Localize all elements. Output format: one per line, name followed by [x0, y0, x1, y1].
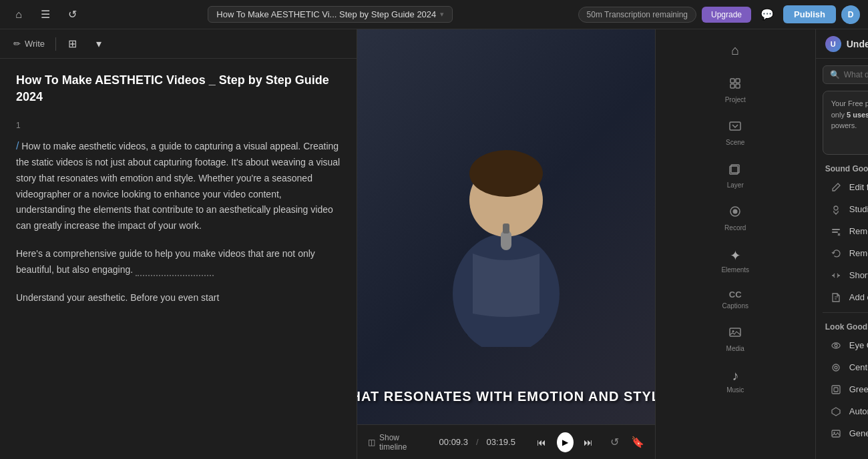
toolbar-divider — [55, 37, 56, 51]
main-area: ✏ Write ⊞ ▾ How To Make AESTHETIC Videos… — [0, 29, 868, 459]
svg-rect-6 — [730, 79, 734, 83]
section-divider — [823, 312, 868, 313]
feature-edit-clarity[interactable]: Edit for clarity — [820, 177, 868, 198]
upgrade-button[interactable]: Upgrade — [702, 7, 751, 23]
sidebar-item-project[interactable]: Project — [661, 70, 810, 110]
svg-rect-5 — [503, 223, 509, 234]
comment-button[interactable]: 💬 — [756, 4, 778, 25]
next-icon: ⏭ — [584, 437, 593, 448]
add-chapters-label: Add chapters — [849, 292, 868, 302]
underlord-panel: U Underlord 🔍 Your Free plan will soon b… — [815, 29, 868, 459]
sidebar-item-scene[interactable]: Scene — [661, 113, 810, 153]
center-speaker-icon — [829, 362, 843, 373]
section-look-good: Look Good — [816, 317, 868, 334]
video-person-svg — [379, 107, 633, 347]
studio-sound-label: Studio Sound — [849, 204, 868, 214]
sidebar-item-media[interactable]: Media — [661, 319, 810, 359]
transcript-paragraph-3: Understand your aesthetic. Before you ev… — [16, 290, 341, 306]
svg-point-14 — [733, 209, 738, 214]
svg-rect-28 — [832, 430, 840, 437]
feature-center-speaker[interactable]: Center active speaker Beta — [820, 357, 868, 378]
feature-gen-image[interactable]: Generate an image — [820, 423, 868, 444]
topbar-right: 50m Transcription remaining Upgrade 💬 Pu… — [578, 4, 860, 25]
video-caption: THAT RESONATES WITH EMOTION AND STYLE — [357, 389, 655, 404]
feature-auto-multicam[interactable]: Automatic multicam — [820, 401, 868, 422]
media-label: Media — [726, 345, 744, 352]
dropdown-icon: ▾ — [96, 37, 101, 50]
sidebar-item-captions[interactable]: CC Captions — [661, 283, 810, 316]
scene-icon — [728, 119, 742, 136]
layout-button[interactable]: ⊞ — [61, 33, 83, 55]
video-background: THAT RESONATES WITH EMOTION AND STYLE — [357, 29, 655, 424]
timeline-toggle[interactable]: ◫ Show timeline — [368, 433, 419, 452]
sidebar-item-music[interactable]: ♪ Music — [661, 362, 810, 400]
captions-icon: CC — [729, 290, 742, 300]
svg-rect-7 — [736, 79, 740, 83]
auto-multicam-icon — [829, 406, 843, 417]
dropdown-button[interactable]: ▾ — [88, 33, 110, 55]
bookmark-icon[interactable]: 🔖 — [631, 436, 644, 448]
underlord-avatar: U — [825, 36, 841, 52]
elements-label: Elements — [721, 266, 749, 274]
remove-retakes-icon — [829, 248, 843, 259]
sidebar-item-layer[interactable]: Layer — [661, 155, 810, 195]
gen-image-label: Generate an image — [849, 428, 868, 438]
next-button[interactable]: ⏭ — [580, 432, 597, 452]
feature-eye-contact[interactable]: Eye Contact Beta — [820, 335, 868, 356]
sidebar-item-record[interactable]: Record — [661, 198, 810, 238]
undo-button[interactable]: ↺ — [61, 4, 83, 25]
svg-rect-15 — [730, 328, 740, 336]
time-separator: / — [476, 437, 479, 447]
music-label: Music — [726, 386, 744, 394]
project-title[interactable]: How To Make AESTHETIC Vi... Step by Step… — [208, 6, 453, 23]
menu-button[interactable]: ☰ — [35, 4, 56, 25]
write-icon: ✏ — [13, 39, 21, 49]
right-sidebar: ⌂ Project Scene Layer Record — [655, 29, 815, 459]
project-icon — [728, 77, 742, 93]
project-title-text: How To Make AESTHETIC Vi... Step by Step… — [216, 9, 436, 19]
feature-green-screen[interactable]: Green screen — [820, 379, 868, 400]
timeline-icon: ◫ — [368, 438, 375, 447]
segment-number: 1 — [16, 119, 341, 132]
publish-button[interactable]: Publish — [783, 5, 836, 23]
rewind-icon[interactable]: ↺ — [610, 436, 619, 448]
transcript-toolbar: ✏ Write ⊞ ▾ — [0, 29, 357, 59]
auto-multicam-label: Automatic multicam — [849, 406, 868, 416]
eye-contact-icon — [829, 340, 843, 351]
media-icon — [728, 326, 742, 342]
timeline-label: Show timeline — [379, 433, 419, 452]
record-icon — [728, 205, 742, 221]
avatar: D — [841, 5, 860, 24]
prev-icon: ⏮ — [537, 437, 546, 448]
transcription-badge: 50m Transcription remaining — [578, 7, 696, 23]
layer-label: Layer — [727, 181, 744, 189]
upgrade-text: Your Free plan will soon be limited to o… — [831, 99, 868, 129]
prev-button[interactable]: ⏮ — [533, 432, 550, 452]
play-button[interactable]: ▶ — [557, 432, 574, 452]
svg-point-23 — [833, 364, 839, 371]
sidebar-item-home[interactable]: ⌂ — [661, 36, 810, 67]
svg-rect-25 — [832, 386, 840, 394]
svg-rect-20 — [832, 232, 838, 233]
shorten-gaps-icon — [829, 270, 843, 281]
feature-studio-sound[interactable]: Studio Sound — [820, 199, 868, 220]
feature-add-chapters[interactable]: Add chapters — [820, 287, 868, 308]
video-container: THAT RESONATES WITH EMOTION AND STYLE — [357, 29, 655, 424]
comment-icon: 💬 — [761, 8, 774, 21]
sidebar-item-elements[interactable]: ✦ Elements — [661, 241, 810, 280]
home-button[interactable]: ⌂ — [8, 4, 29, 25]
feature-remove-filler[interactable]: Remove filler words — [820, 221, 868, 242]
search-box[interactable]: 🔍 — [823, 65, 868, 84]
topbar-center: How To Make AESTHETIC Vi... Step by Step… — [88, 6, 573, 23]
time-current: 00:09.3 — [439, 437, 468, 447]
home-icon: ⌂ — [731, 43, 739, 58]
eye-contact-label: Eye Contact — [849, 340, 868, 350]
record-label: Record — [724, 224, 746, 232]
write-button[interactable]: ✏ Write — [8, 36, 50, 51]
feature-shorten-gaps[interactable]: Shorten word gaps — [820, 265, 868, 286]
svg-point-3 — [469, 150, 543, 197]
search-input[interactable] — [844, 70, 868, 79]
shorten-gaps-label: Shorten word gaps — [849, 270, 868, 280]
svg-point-24 — [835, 366, 837, 369]
feature-remove-retakes[interactable]: Remove retakes — [820, 243, 868, 264]
